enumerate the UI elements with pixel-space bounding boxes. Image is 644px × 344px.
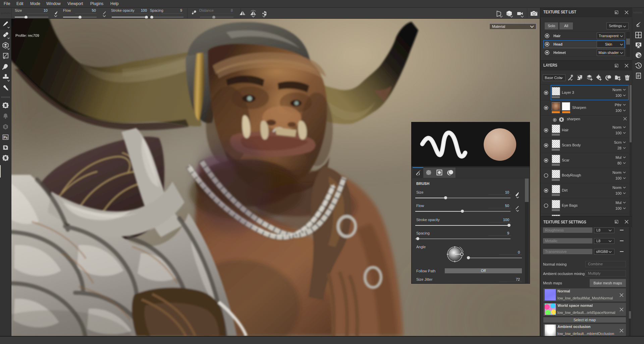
svg-text:Ps: Ps — [3, 136, 8, 139]
